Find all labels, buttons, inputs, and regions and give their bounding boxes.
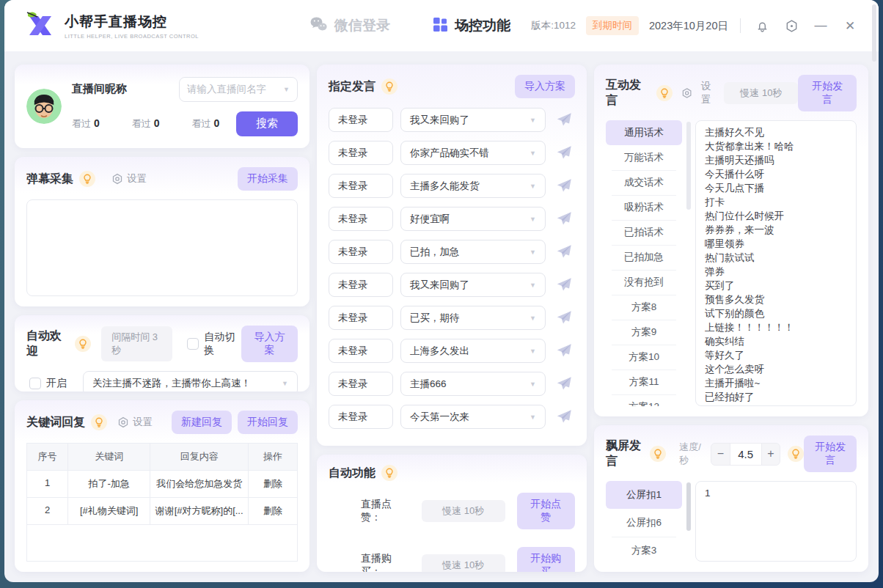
delete-link[interactable]: 删除 [249, 498, 297, 525]
phrase-select[interactable]: 我又来回购了▼ [400, 273, 546, 297]
start-buy-button[interactable]: 开始购买 [517, 547, 575, 572]
interactive-start-button[interactable]: 开始发言 [798, 75, 857, 111]
start-collect-button[interactable]: 开始采集 [238, 167, 298, 191]
phrase-select[interactable]: 我又来回购了▼ [400, 108, 546, 132]
designated-row: 未登录 已买，期待▼ [329, 306, 575, 330]
app-logo-icon [23, 7, 57, 44]
login-status: 未登录 [329, 306, 393, 330]
wechat-login-label: 微信登录 [334, 16, 390, 35]
bell-icon[interactable] [752, 16, 772, 35]
auto-switch-checkbox[interactable] [187, 338, 199, 350]
send-icon[interactable] [553, 276, 575, 295]
phrase-select[interactable]: 你家产品确实不错▼ [400, 141, 546, 165]
bulb-icon[interactable] [656, 85, 673, 101]
caret-down-icon: ▼ [530, 348, 536, 355]
caret-down-icon: ▼ [530, 216, 536, 223]
auto-buy-label: 直播购买： [361, 552, 410, 572]
speed-increase-button[interactable]: + [762, 444, 780, 465]
tab-plan3[interactable]: 方案3 [606, 537, 682, 562]
delete-link[interactable]: 删除 [249, 471, 297, 498]
bulb-icon[interactable] [75, 336, 91, 352]
tab-deal[interactable]: 成交话术 [606, 170, 682, 195]
speed-per-sec-label: 速度/秒 [679, 441, 705, 467]
send-icon[interactable] [553, 144, 575, 163]
tab-missed[interactable]: 没有抢到 [606, 270, 682, 295]
phrase-select[interactable]: 上海多久发出▼ [400, 339, 546, 363]
room-name-select[interactable]: 请输入直播间名字 ▼ [179, 77, 298, 102]
phrase-select[interactable]: 好便宜啊▼ [400, 207, 546, 231]
interactive-speed-chip[interactable]: 慢速 10秒 [724, 82, 798, 104]
interactive-settings-button[interactable]: 设置 [681, 80, 715, 106]
danmu-settings-button[interactable]: 设置 [111, 172, 147, 185]
welcome-import-button[interactable]: 导入方案 [241, 326, 298, 362]
tab-plan8[interactable]: 方案8 [606, 295, 682, 320]
auto-like-speed-chip[interactable]: 慢速 10秒 [422, 500, 505, 522]
phrase-select[interactable]: 已拍，加急▼ [400, 240, 546, 264]
phrase-select[interactable]: 主播666▼ [400, 372, 546, 396]
interactive-phrase-list[interactable]: 主播好久不见 大货都拿出来！哈哈 主播明天还播吗 今天播什么呀 今天几点下播 打… [695, 120, 857, 406]
bulb-icon[interactable] [79, 171, 95, 187]
floating-phrase-list[interactable]: 1 [695, 481, 857, 562]
floating-speech-card: 飘屏发言 速度/秒 − 4.5 + 开始发言 [594, 425, 868, 572]
search-button[interactable]: 搜索 [236, 111, 298, 136]
grid-icon [433, 17, 448, 35]
designated-row: 未登录 我又来回购了▼ [329, 273, 575, 297]
tab-plan9[interactable]: 方案9 [606, 320, 682, 345]
welcome-phrase-select[interactable]: 关注主播不迷路，主播带你上高速！ ▼ [83, 371, 298, 392]
login-status: 未登录 [329, 405, 393, 429]
new-reply-button[interactable]: 新建回复 [172, 411, 232, 434]
tab-plan12[interactable]: 方案12 [606, 394, 682, 406]
send-icon[interactable] [553, 342, 575, 361]
tab-general[interactable]: 通用话术 [606, 120, 682, 145]
close-icon[interactable]: ✕ [840, 16, 860, 35]
tab-plan11[interactable]: 方案11 [606, 370, 682, 394]
phrase-select[interactable]: 已买，期待▼ [400, 306, 546, 330]
tab-screen6[interactable]: 公屏扣6 [606, 509, 682, 537]
tab-plan10[interactable]: 方案10 [606, 345, 682, 370]
tabs-scrollbar[interactable] [686, 481, 691, 562]
phrase-select[interactable]: 主播多久能发货▼ [400, 174, 546, 198]
designated-import-button[interactable]: 导入方案 [515, 75, 575, 98]
auto-buy-speed-chip[interactable]: 慢速 10秒 [422, 554, 505, 572]
table-row: 2 [#礼物关键词] 谢谢[#对方昵称]的[... 删除 [27, 498, 297, 525]
divider [740, 18, 741, 33]
tab-screen1[interactable]: 公屏扣1 [606, 481, 682, 509]
auto-functions-card: 自动功能 直播点赞： 慢速 10秒 开始点赞 直播购买： 慢速 10秒 开始购买 [317, 455, 587, 572]
keyword-settings-button[interactable]: 设置 [117, 416, 153, 429]
start-reply-button[interactable]: 开始回复 [238, 411, 298, 434]
bulb-icon[interactable] [91, 414, 107, 430]
app-window: 小帮手直播场控 LITTLE HELPER, LIVE BROADCAST CO… [4, 0, 879, 582]
send-icon[interactable] [553, 375, 575, 394]
gear-icon[interactable] [782, 16, 801, 35]
send-icon[interactable] [553, 243, 575, 262]
start-like-button[interactable]: 开始点赞 [517, 493, 575, 529]
tab-fans[interactable]: 吸粉话术 [606, 195, 682, 220]
tab-ordered-urgent[interactable]: 已拍加急 [606, 245, 682, 270]
phrase-select[interactable]: 今天第一次来▼ [400, 405, 546, 429]
speed-decrease-button[interactable]: − [711, 444, 729, 465]
send-icon[interactable] [553, 210, 575, 229]
danmu-output-area[interactable] [26, 199, 298, 296]
floating-start-button[interactable]: 开始发言 [804, 436, 857, 472]
bulb-icon[interactable] [788, 446, 804, 462]
send-icon[interactable] [553, 177, 575, 196]
tab-ordered[interactable]: 已拍话术 [606, 220, 682, 245]
wechat-login-button[interactable]: 微信登录 [309, 15, 390, 36]
interval-chip[interactable]: 间隔时间 3秒 [101, 326, 172, 361]
tab-field-control[interactable]: 场控功能 [433, 16, 510, 35]
bulb-icon[interactable] [650, 446, 666, 462]
logo: 小帮手直播场控 LITTLE HELPER, LIVE BROADCAST CO… [23, 7, 199, 44]
bulb-icon[interactable] [381, 465, 397, 481]
minimize-icon[interactable]: — [811, 16, 830, 35]
login-status: 未登录 [329, 339, 393, 363]
tabs-scrollbar[interactable] [686, 120, 691, 406]
bulb-icon[interactable] [381, 78, 397, 95]
enable-checkbox[interactable] [29, 378, 41, 389]
send-icon[interactable] [553, 309, 575, 328]
designated-row: 未登录 主播666▼ [329, 372, 575, 396]
speed-value[interactable]: 4.5 [730, 444, 762, 465]
send-icon[interactable] [553, 111, 575, 130]
send-icon[interactable] [553, 408, 575, 427]
caret-down-icon: ▼ [530, 282, 536, 289]
tab-universal[interactable]: 万能话术 [606, 145, 682, 170]
